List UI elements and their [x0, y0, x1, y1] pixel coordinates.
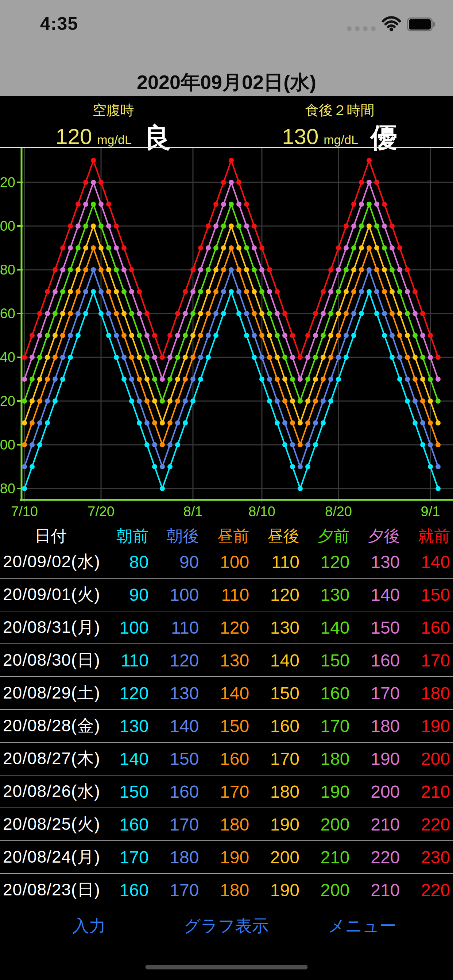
data-point	[321, 333, 326, 338]
data-point	[305, 377, 310, 382]
table-row[interactable]: 20/08/25(火)160170180190200210220	[0, 808, 453, 840]
data-point	[160, 398, 165, 404]
data-point	[298, 442, 303, 447]
data-point	[435, 464, 440, 469]
data-point	[389, 267, 395, 272]
data-point	[382, 311, 387, 316]
data-point	[106, 245, 111, 250]
table-row[interactable]: 20/08/26(水)150160170180190200210	[0, 775, 453, 808]
data-point	[75, 202, 81, 207]
table-row[interactable]: 20/09/01(火)90100110120130140150	[0, 578, 453, 611]
table-row[interactable]: 20/08/23(日)160170180190200210220	[0, 873, 453, 906]
table-row[interactable]: 20/08/27(木)140150160170180190200	[0, 742, 453, 775]
data-point	[321, 355, 326, 360]
y-tick-label: 220	[0, 175, 15, 190]
column-header: 就前	[403, 525, 453, 547]
data-point	[183, 311, 188, 316]
x-tick-label: 8/10	[248, 504, 275, 519]
cell-value: 100	[202, 552, 252, 572]
data-point	[274, 398, 280, 404]
data-point	[374, 289, 379, 294]
data-point	[267, 267, 272, 272]
cell-value: 130	[353, 552, 403, 572]
data-point	[374, 311, 379, 316]
data-point	[53, 311, 57, 316]
data-point	[382, 223, 387, 229]
data-point	[282, 377, 287, 382]
data-point	[45, 311, 50, 316]
table-row[interactable]: 20/08/30(日)110120130140150160170	[0, 643, 453, 676]
graph-display-button[interactable]: グラフ表示	[181, 915, 271, 938]
table-row[interactable]: 20/08/28(金)130140150160170180190	[0, 709, 453, 742]
data-point	[53, 289, 57, 294]
data-point	[405, 377, 410, 382]
data-point	[428, 442, 433, 447]
data-point	[382, 267, 387, 272]
cell-value: 150	[403, 585, 453, 605]
data-point	[60, 289, 65, 294]
data-point	[137, 333, 142, 338]
table-row[interactable]: 20/08/29(土)120130140150160170180	[0, 676, 453, 709]
menu-button[interactable]: メニュー	[326, 915, 398, 938]
data-point	[413, 377, 418, 382]
data-point	[129, 333, 134, 338]
data-point	[236, 180, 241, 185]
data-point	[45, 420, 50, 425]
summary-postmeal-label: 食後２時間	[226, 101, 453, 119]
data-point	[374, 245, 379, 250]
input-button[interactable]: 入力	[70, 915, 108, 938]
data-point	[221, 202, 226, 207]
cell-value: 140	[202, 683, 252, 703]
table-row[interactable]: 20/09/02(水)8090100110120130140	[0, 546, 453, 578]
data-point	[160, 355, 165, 360]
data-point	[397, 245, 402, 250]
data-point	[114, 289, 119, 294]
data-point	[328, 355, 333, 360]
data-point	[75, 267, 81, 272]
data-point	[221, 245, 226, 250]
column-header: 昼後	[252, 525, 302, 547]
cell-value: 120	[202, 617, 252, 638]
data-point	[53, 355, 57, 360]
data-point	[244, 202, 249, 207]
data-point	[259, 245, 265, 250]
data-point	[206, 311, 211, 316]
data-point	[267, 333, 272, 338]
data-point	[321, 289, 326, 294]
data-point	[183, 398, 188, 404]
data-point	[99, 202, 104, 207]
data-point	[428, 398, 433, 404]
series-line-朝後	[24, 270, 438, 467]
data-point	[229, 267, 234, 272]
data-point	[167, 464, 172, 469]
data-point	[413, 311, 418, 316]
table-row[interactable]: 20/08/31(月)100110120130140150160	[0, 611, 453, 643]
data-point	[428, 464, 433, 469]
cell-value: 210	[353, 880, 403, 900]
data-point	[298, 398, 303, 404]
data-point	[137, 377, 142, 382]
cell-value: 170	[101, 847, 152, 867]
data-point	[106, 311, 111, 316]
cell-value: 200	[252, 847, 302, 867]
data-point	[328, 289, 333, 294]
table-row[interactable]: 20/08/24(月)170180190200210220230	[0, 840, 453, 873]
home-indicator[interactable]	[145, 965, 308, 969]
data-point	[22, 420, 27, 425]
data-point	[367, 223, 372, 229]
y-tick-label: 180	[0, 262, 15, 277]
cell-value: 150	[202, 716, 252, 736]
data-point	[37, 398, 42, 404]
cell-date: 20/08/27(木)	[0, 748, 101, 770]
data-point	[290, 398, 295, 404]
cell-value: 190	[202, 847, 252, 867]
data-point	[405, 311, 410, 316]
data-point	[129, 311, 134, 316]
data-point	[321, 420, 326, 425]
data-point	[344, 311, 349, 316]
data-point	[435, 398, 440, 404]
data-point	[83, 245, 88, 250]
data-point	[83, 202, 88, 207]
data-point	[413, 289, 418, 294]
cell-value: 220	[403, 815, 453, 835]
